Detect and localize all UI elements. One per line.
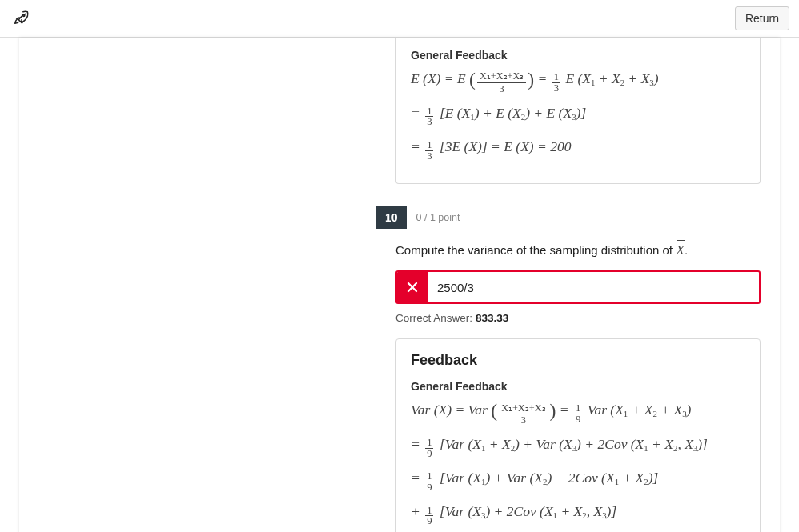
feedback-title: Feedback	[411, 352, 745, 369]
correct-answer-line: Correct Answer:833.33	[395, 312, 761, 324]
general-feedback-label: General Feedback	[411, 49, 745, 62]
q10-prompt: Compute the variance of the sampling dis…	[395, 238, 761, 261]
q9-math-line-2: = 13 [E (X1) + E (X2) + E (X3)]	[411, 102, 745, 127]
page-area: General Feedback E (X) = E (X₁+X₂+X₃3) =…	[0, 38, 799, 532]
question-number-badge: 10	[376, 206, 407, 229]
submitted-answer[interactable]: 2500/3	[428, 272, 759, 302]
svg-point-0	[23, 14, 25, 16]
incorrect-mark-icon	[397, 272, 428, 302]
q9-feedback-box: General Feedback E (X) = E (X₁+X₂+X₃3) =…	[395, 38, 761, 184]
q10-math-line-1: Var (X) = Var (X₁+X₂+X₃3) = 19 Var (X1 +…	[411, 396, 745, 426]
q10-header: 10 0 / 1 point	[376, 206, 761, 229]
q10-math-line-3: = 19 [Var (X1) + Var (X2) + 2Cov (X1 + X…	[411, 466, 745, 492]
top-bar: Return	[0, 0, 799, 38]
return-button[interactable]: Return	[735, 6, 789, 30]
q10-feedback-box: Feedback General Feedback Var (X) = Var …	[395, 338, 761, 532]
q9-math-line-1: E (X) = E (X₁+X₂+X₃3) = 13 E (X1 + X2 + …	[411, 65, 745, 95]
q9-math-line-3: = 13 [3E (X)] = E (X) = 200	[411, 135, 745, 161]
general-feedback-label: General Feedback	[411, 380, 745, 393]
question-points: 0 / 1 point	[416, 212, 460, 223]
quiz-sheet: General Feedback E (X) = E (X₁+X₂+X₃3) =…	[19, 38, 780, 532]
rocket-icon	[13, 9, 30, 29]
q10-math-line-2: = 19 [Var (X1 + X2) + Var (X3) + 2Cov (X…	[411, 433, 745, 458]
answer-input-row: 2500/3	[395, 270, 761, 304]
q10-math-line-4: + 19 [Var (X3) + 2Cov (X1 + X2, X3)]	[411, 500, 745, 526]
